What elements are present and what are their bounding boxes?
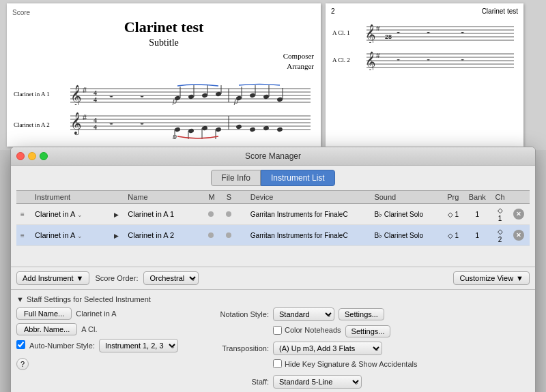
transposition-select[interactable]: (A) Up m3, Add 3 Flats bbox=[273, 342, 382, 355]
prg-2: ◇ 1 bbox=[442, 225, 464, 246]
mute-1[interactable] bbox=[203, 204, 220, 225]
add-instrument-button[interactable]: Add Instrument ▼ bbox=[16, 271, 89, 285]
svg-text:#: # bbox=[83, 112, 87, 122]
notation-style-row: Notation Style: Standard Settings... bbox=[201, 307, 530, 321]
play-btn-1[interactable]: ▶ bbox=[110, 204, 124, 225]
page2-inst1-label: A Cl. 1 bbox=[332, 29, 358, 36]
svg-point-43 bbox=[188, 128, 194, 134]
customize-view-button[interactable]: Customize View ▼ bbox=[453, 271, 530, 285]
notation-style-label: Notation Style: bbox=[201, 310, 269, 318]
col-prg: Prg bbox=[442, 191, 464, 204]
dialog-titlebar: Score Manager bbox=[11, 147, 535, 166]
score-page-left: Score Clarinet test Subtitle Composer Ar… bbox=[7, 3, 321, 147]
device-1: Garritan Instruments for FinaleC bbox=[246, 204, 362, 225]
svg-text:p: p bbox=[233, 97, 238, 105]
notation-style-select-wrapper: Standard bbox=[273, 307, 334, 321]
auto-number-checkbox-row bbox=[16, 340, 25, 349]
full-name-button[interactable]: Full Name... bbox=[16, 307, 72, 320]
svg-text:𝄞: 𝄞 bbox=[70, 112, 82, 136]
traffic-lights bbox=[16, 152, 48, 160]
staff-select-wrapper: Standard 5-Line bbox=[273, 375, 362, 389]
score-order-select[interactable]: Orchestral bbox=[143, 271, 199, 285]
col-m: M bbox=[203, 191, 220, 204]
svg-point-15 bbox=[201, 93, 207, 98]
full-name-row: Full Name... Clarinet in A bbox=[16, 307, 194, 320]
col-sound: Sound bbox=[370, 191, 442, 204]
col-arrow bbox=[110, 191, 124, 204]
col-del bbox=[509, 191, 530, 204]
auto-number-checkbox[interactable] bbox=[16, 340, 25, 349]
score-area: Score Clarinet test Subtitle Composer Ar… bbox=[0, 0, 546, 150]
hide-key-sig-row: Hide Key Signature & Show Accidentals bbox=[201, 359, 530, 371]
solo-1[interactable] bbox=[220, 204, 238, 225]
delete-1[interactable]: ✕ bbox=[509, 204, 530, 225]
close-button[interactable] bbox=[16, 152, 25, 160]
table-row[interactable]: ≡ Clarinet in A ⌄ ▶ Clarinet in A 2 Garr… bbox=[16, 225, 530, 246]
collapse-icon[interactable]: ▼ bbox=[16, 295, 24, 303]
staff-label-2: Clarinet in A 2 bbox=[14, 121, 58, 128]
transposition-select-wrapper: (A) Up m3, Add 3 Flats bbox=[273, 342, 382, 355]
col-ch: Ch bbox=[491, 191, 510, 204]
table-row[interactable]: ≡ Clarinet in A ⌄ ▶ Clarinet in A 1 Garr… bbox=[16, 204, 530, 225]
svg-text:4: 4 bbox=[94, 123, 97, 131]
svg-text:𝄻: 𝄻 bbox=[140, 123, 144, 125]
col-device: Device bbox=[246, 191, 362, 204]
abbr-name-button[interactable]: Abbr. Name... bbox=[16, 323, 77, 335]
chevron-down-icon: ▼ bbox=[516, 274, 523, 282]
page2-number: 2 bbox=[331, 7, 335, 15]
auto-number-row: Auto-Number Style: Instrument 1, 2, 3 bbox=[16, 339, 194, 352]
score-label: Score bbox=[12, 9, 30, 16]
svg-text:#: # bbox=[376, 51, 380, 59]
drag-handle-2[interactable]: ≡ bbox=[16, 225, 31, 246]
minimize-button[interactable] bbox=[28, 152, 36, 160]
svg-text:𝄞: 𝄞 bbox=[70, 85, 82, 105]
color-noteheads-label: Color Noteheads bbox=[285, 326, 341, 334]
svg-text:𝄻: 𝄻 bbox=[109, 95, 113, 97]
svg-text:𝄻: 𝄻 bbox=[461, 59, 465, 61]
svg-point-41 bbox=[174, 127, 180, 132]
solo-2[interactable] bbox=[220, 225, 238, 246]
tab-file-info[interactable]: File Info bbox=[211, 170, 261, 186]
settings-left-col: Full Name... Clarinet in A Abbr. Name...… bbox=[16, 307, 194, 392]
help-button[interactable]: ? bbox=[16, 358, 29, 370]
hide-key-sig-label: Hide Key Signature & Show Accidentals bbox=[285, 360, 417, 368]
staff-select[interactable]: Standard 5-Line bbox=[273, 375, 362, 389]
notation-style-select[interactable]: Standard bbox=[273, 307, 334, 321]
delete-2[interactable]: ✕ bbox=[509, 225, 530, 246]
color-noteheads-checkbox[interactable] bbox=[273, 326, 282, 335]
tab-instrument-list[interactable]: Instrument List bbox=[261, 170, 335, 186]
svg-text:𝄻: 𝄻 bbox=[397, 31, 401, 33]
col-bank: Bank bbox=[464, 191, 491, 204]
score-order-label: Score Order: bbox=[95, 274, 138, 282]
transposition-label: Transposition: bbox=[201, 344, 269, 352]
auto-number-label: Auto-Number Style: bbox=[29, 342, 95, 350]
svg-text:𝄻: 𝄻 bbox=[427, 59, 431, 61]
staff-label-1: Clarinet in A 1 bbox=[14, 91, 58, 97]
ch-2: ◇ 2 bbox=[491, 225, 510, 246]
svg-text:𝄻: 𝄻 bbox=[397, 59, 401, 61]
svg-point-51 bbox=[249, 127, 255, 132]
notation-settings-button[interactable]: Settings... bbox=[339, 308, 384, 320]
dialog-tabs: File Info Instrument List bbox=[11, 166, 535, 189]
staff-settings-panel: ▼ Staff Settings for Selected Instrument… bbox=[11, 289, 535, 392]
abbr-name-value: A Cl. bbox=[81, 325, 97, 333]
svg-text:p: p bbox=[172, 132, 177, 139]
maximize-button[interactable] bbox=[40, 152, 48, 160]
col-instrument: Instrument bbox=[31, 191, 110, 204]
chevron-down-icon: ▼ bbox=[76, 274, 84, 282]
dialog-title: Score Manager bbox=[245, 151, 301, 161]
staff-row-2: Clarinet in A 2 𝄞 # 4 4 𝄻 𝄻 bbox=[14, 110, 314, 139]
auto-number-select[interactable]: Instrument 1, 2, 3 bbox=[99, 339, 178, 352]
bank-2: 1 bbox=[464, 225, 491, 246]
mute-2[interactable] bbox=[203, 225, 220, 246]
color-settings-button[interactable]: Settings... bbox=[345, 325, 391, 337]
color-noteheads-checkbox-row: Color Noteheads bbox=[273, 326, 341, 335]
score-composer: Composer Arranger bbox=[14, 51, 314, 72]
svg-text:𝄞: 𝄞 bbox=[365, 24, 375, 43]
svg-point-50 bbox=[235, 124, 242, 130]
hide-key-sig-checkbox[interactable] bbox=[273, 359, 282, 368]
play-btn-2[interactable]: ▶ bbox=[110, 225, 124, 246]
drag-handle-1[interactable]: ≡ bbox=[16, 204, 31, 225]
score-title: Clarinet test bbox=[14, 18, 314, 36]
page2-staff-row-2: A Cl. 2 𝄞 # 𝄻 𝄻 𝄻 bbox=[332, 50, 517, 70]
